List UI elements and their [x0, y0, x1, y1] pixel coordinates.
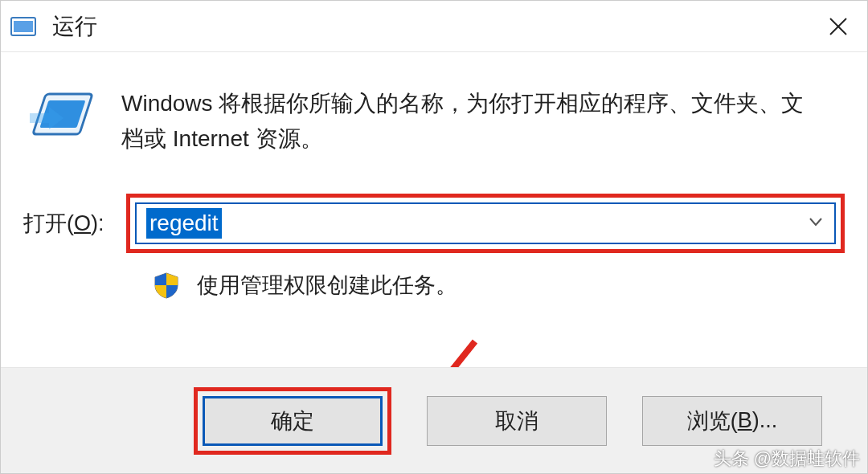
dialog-content: Windows 将根据你所输入的名称，为你打开相应的程序、文件夹、文档或 Int…	[1, 52, 867, 367]
uac-shield-icon	[152, 271, 181, 300]
close-button[interactable]	[819, 7, 858, 46]
titlebar: 运行	[1, 1, 867, 52]
description-row: Windows 将根据你所输入的名称，为你打开相应的程序、文件夹、文档或 Int…	[23, 86, 845, 157]
description-text: Windows 将根据你所输入的名称，为你打开相应的程序、文件夹、文档或 Int…	[121, 86, 813, 157]
run-app-icon	[10, 15, 38, 38]
watermark-text: 头条 @数据蛙软件	[714, 447, 860, 471]
admin-note-row: 使用管理权限创建此任务。	[152, 271, 845, 300]
open-input-value: regedit	[146, 208, 222, 239]
svg-rect-1	[14, 21, 33, 32]
open-input-highlight: regedit	[126, 194, 845, 253]
open-combobox[interactable]: regedit	[135, 202, 836, 244]
ok-button-highlight: 确定	[194, 387, 391, 455]
dialog-title: 运行	[52, 11, 819, 42]
admin-note-text: 使用管理权限创建此任务。	[197, 271, 457, 300]
run-large-icon	[27, 89, 94, 145]
browse-button[interactable]: 浏览(B)...	[642, 396, 822, 446]
open-label: 打开(O):	[23, 209, 126, 238]
ok-button[interactable]: 确定	[203, 396, 383, 446]
cancel-button[interactable]: 取消	[427, 396, 607, 446]
open-row: 打开(O): regedit	[23, 194, 845, 253]
close-icon	[828, 16, 849, 37]
run-dialog: 运行 Windows 将根据你所输入的名称，为你打开相应的程序、文件夹、文档或 …	[0, 0, 868, 474]
chevron-down-icon[interactable]	[807, 213, 825, 234]
